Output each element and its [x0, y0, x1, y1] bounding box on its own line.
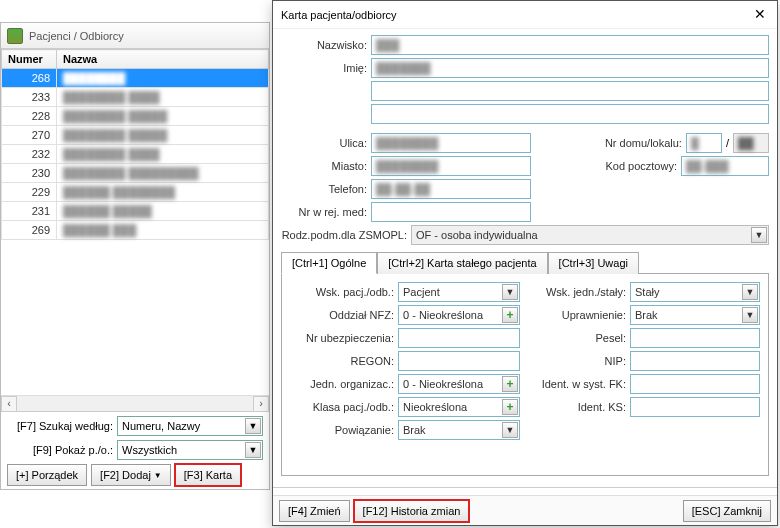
wsk-pac-combo[interactable]: Pacjent▼	[398, 282, 520, 302]
regon-field[interactable]	[398, 351, 520, 371]
table-row[interactable]: 228████████ █████	[2, 107, 269, 126]
chevron-down-icon[interactable]: ▼	[502, 284, 518, 300]
ulica-field[interactable]: ████████	[371, 133, 531, 153]
show-combo[interactable]: Wszystkich ▼	[117, 440, 263, 460]
cell-name: ██████ █████	[57, 202, 269, 221]
nip-field[interactable]	[630, 351, 760, 371]
dialog-title: Karta pacjenta/odbiorcy	[281, 9, 397, 21]
show-label: [F9] Pokaż p./o.:	[7, 444, 117, 456]
pesel-field[interactable]	[630, 328, 760, 348]
nfz-combo[interactable]: 0 - Nieokreślona+	[398, 305, 520, 325]
cell-number: 268	[2, 69, 57, 88]
label-wsk-pac: Wsk. pacj./odb.:	[290, 286, 398, 298]
order-button[interactable]: [+] Porządek	[7, 464, 87, 486]
cell-number: 230	[2, 164, 57, 183]
label-ulica: Ulica:	[281, 137, 371, 149]
chevron-down-icon[interactable]: ▼	[751, 227, 767, 243]
cell-name: ████████ █████████	[57, 164, 269, 183]
klasa-combo[interactable]: Nieokreślona+	[398, 397, 520, 417]
table-row[interactable]: 229██████ ████████	[2, 183, 269, 202]
add-button[interactable]: [F2] Dodaj▼	[91, 464, 171, 486]
table-row[interactable]: 230████████ █████████	[2, 164, 269, 183]
search-combo[interactable]: Numeru, Nazwy ▼	[117, 416, 263, 436]
chevron-down-icon[interactable]: ▼	[502, 422, 518, 438]
imie-field[interactable]: ███████	[371, 58, 769, 78]
table-row[interactable]: 270████████ █████	[2, 126, 269, 145]
col-number[interactable]: Numer	[2, 50, 57, 69]
nr-rej-field[interactable]	[371, 202, 531, 222]
label-jedn: Jedn. organizac.:	[290, 378, 398, 390]
label-ident-fk: Ident. w syst. FK:	[530, 378, 630, 390]
chevron-down-icon: ▼	[154, 471, 162, 480]
nazwisko-field[interactable]: ███	[371, 35, 769, 55]
search-value: Numeru, Nazwy	[122, 420, 200, 432]
history-button[interactable]: [F12] Historia zmian	[354, 500, 470, 522]
scroll-left-icon[interactable]: ‹	[1, 396, 17, 412]
cell-name: ██████ ███	[57, 221, 269, 240]
hscrollbar[interactable]: ‹ ›	[1, 395, 269, 411]
plus-icon[interactable]: +	[502, 307, 518, 323]
patients-icon	[7, 28, 23, 44]
close-icon[interactable]: ✕	[751, 6, 769, 24]
jedn-combo[interactable]: 0 - Nieokreślona+	[398, 374, 520, 394]
cell-name: ████████ ████	[57, 88, 269, 107]
table-row[interactable]: 268████████	[2, 69, 269, 88]
cell-number: 269	[2, 221, 57, 240]
label-upr: Uprawnienie:	[530, 309, 630, 321]
label-pesel: Pesel:	[530, 332, 630, 344]
card-button[interactable]: [F3] Karta	[175, 464, 241, 486]
close-button[interactable]: [ESC] Zamknij	[683, 500, 771, 522]
label-wsk-js: Wsk. jedn./stały:	[530, 286, 630, 298]
extra-field-1[interactable]	[371, 81, 769, 101]
chevron-down-icon[interactable]: ▼	[742, 307, 758, 323]
label-ident-ks: Ident. KS:	[530, 401, 630, 413]
wsk-js-combo[interactable]: Stały▼	[630, 282, 760, 302]
col-name[interactable]: Nazwa	[57, 50, 269, 69]
filter-panel: [F7] Szukaj według: Numeru, Nazwy ▼ [F9]…	[1, 411, 269, 489]
label-nr-rej: Nr w rej. med:	[281, 206, 371, 218]
dialog-button-bar: [F4] Zmień [F12] Historia zmian [ESC] Za…	[273, 495, 777, 525]
table-row[interactable]: 233████████ ████	[2, 88, 269, 107]
tab-karta-stalego[interactable]: [Ctrl+2] Karta stałego pacjenta	[377, 252, 547, 274]
tab-panel-ogolne: Wsk. pacj./odb.:Pacjent▼ Oddział NFZ:0 -…	[281, 274, 769, 476]
cell-number: 229	[2, 183, 57, 202]
ident-fk-field[interactable]	[630, 374, 760, 394]
nr-domu-a-field[interactable]: █	[686, 133, 722, 153]
cell-name: ████████ ████	[57, 145, 269, 164]
tab-ogolne[interactable]: [Ctrl+1] Ogólne	[281, 252, 377, 274]
label-rodz-podm: Rodz.podm.dla ZSMOPL:	[281, 229, 411, 241]
plus-icon[interactable]: +	[502, 399, 518, 415]
rodz-podm-value: OF - osoba indywidualna	[416, 229, 538, 241]
scroll-right-icon[interactable]: ›	[253, 396, 269, 412]
change-button[interactable]: [F4] Zmień	[279, 500, 350, 522]
telefon-field[interactable]: ██-██-██	[371, 179, 531, 199]
tab-uwagi[interactable]: [Ctrl+3] Uwagi	[548, 252, 639, 274]
table-row[interactable]: 231██████ █████	[2, 202, 269, 221]
ident-ks-field[interactable]	[630, 397, 760, 417]
ubezp-field[interactable]	[398, 328, 520, 348]
label-ubezp: Nr ubezpieczenia:	[290, 332, 398, 344]
label-nfz: Oddział NFZ:	[290, 309, 398, 321]
rodz-podm-field[interactable]: OF - osoba indywidualna ▼	[411, 225, 769, 245]
status-bar	[273, 487, 777, 495]
nr-domu-b-field: ██	[733, 133, 769, 153]
extra-field-2[interactable]	[371, 104, 769, 124]
tabs: [Ctrl+1] Ogólne [Ctrl+2] Karta stałego p…	[281, 251, 769, 274]
cell-number: 233	[2, 88, 57, 107]
chevron-down-icon[interactable]: ▼	[245, 418, 261, 434]
label-miasto: Miasto:	[281, 160, 371, 172]
chevron-down-icon[interactable]: ▼	[245, 442, 261, 458]
pow-combo[interactable]: Brak▼	[398, 420, 520, 440]
table-row[interactable]: 269██████ ███	[2, 221, 269, 240]
upr-combo[interactable]: Brak▼	[630, 305, 760, 325]
chevron-down-icon[interactable]: ▼	[742, 284, 758, 300]
cell-number: 232	[2, 145, 57, 164]
plus-icon[interactable]: +	[502, 376, 518, 392]
cell-name: ██████ ████████	[57, 183, 269, 202]
label-nazwisko: Nazwisko:	[281, 39, 371, 51]
table-row[interactable]: 232████████ ████	[2, 145, 269, 164]
kod-field[interactable]: ██-███	[681, 156, 769, 176]
miasto-field[interactable]: ████████	[371, 156, 531, 176]
cell-name: ████████ █████	[57, 126, 269, 145]
cell-name: ████████	[57, 69, 269, 88]
